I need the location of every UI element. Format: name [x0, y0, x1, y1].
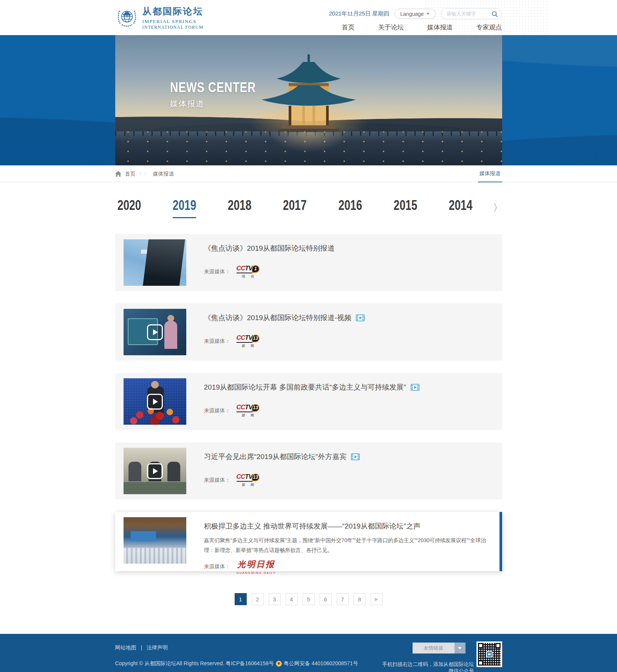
thumb-stage-screen	[131, 531, 156, 541]
news-title[interactable]: 积极捍卫多边主义 推动世界可持续发展——“2019从都国际论坛”之声	[204, 522, 421, 531]
cctv-cc: CC	[237, 473, 245, 480]
pagination-next-icon[interactable]: ▶	[371, 593, 383, 605]
news-card[interactable]: 2019从都国际论坛开幕 多国前政要共话“多边主义与可持续发展” 来源媒体： C…	[115, 373, 502, 430]
logo-title-en1: IMPERIAL SPRINGS	[142, 18, 204, 25]
logo-title-en2: INTERNATIONAL FORUM	[142, 25, 204, 29]
friend-links-dropdown[interactable]: 友情链接	[413, 643, 465, 654]
page-button-8[interactable]: 8	[354, 593, 366, 605]
cctv-channel-name: 新 闻	[240, 482, 257, 487]
news-title[interactable]: 习近平会见出席“2019从都国际论坛”外方嘉宾	[204, 452, 347, 462]
search-input[interactable]	[447, 11, 491, 17]
tab-year-2018[interactable]: 2018	[228, 197, 251, 218]
tab-year-2020[interactable]: 2020	[118, 197, 141, 218]
tab-media-reports[interactable]: 媒体报道	[478, 165, 502, 182]
cctv13-logo: CCTV 13 新 闻	[237, 334, 260, 348]
news-card[interactable]: 习近平会见出席“2019从都国际论坛”外方嘉宾 来源媒体： CCTV 13 新 …	[115, 442, 502, 499]
footer-copyright: Copyright © 从都国际论坛All Rights Reserved. 粤…	[115, 660, 274, 667]
logo-title-cn: 从都国际论坛	[142, 5, 204, 17]
tab-year-2016[interactable]: 2016	[338, 197, 362, 218]
site-logo[interactable]: 从都国际论坛 IMPERIAL SPRINGS INTERNATIONAL FO…	[115, 5, 204, 29]
news-thumbnail[interactable]	[124, 239, 186, 286]
page-button-3[interactable]: 3	[269, 593, 281, 605]
cctv-tv: TV	[245, 334, 252, 341]
cctv-channel-number: 13	[252, 334, 260, 342]
thumb-un-building	[143, 239, 186, 286]
guangming-sub: GUANGMING DAILY	[237, 571, 276, 575]
pool-reflection	[256, 132, 362, 165]
cctv13-logo: CCTV 13 新 闻	[237, 473, 260, 487]
tab-year-2015[interactable]: 2015	[393, 197, 417, 218]
play-button-icon[interactable]	[147, 394, 163, 410]
tab-year-2014[interactable]: 2014	[449, 197, 472, 218]
footer: 网站地图 | 法律声明 Copyright © 从都国际论坛All Rights…	[0, 634, 617, 672]
year-tabs: 2020 2019 2018 2017 2016 2015 2014 〉	[115, 197, 502, 218]
video-icon	[411, 384, 419, 391]
footer-link-sitemap[interactable]: 网站地图	[115, 644, 136, 650]
news-title[interactable]: 《焦点访谈》2019从都国际论坛特别报道	[204, 244, 335, 253]
news-title[interactable]: 2019从都国际论坛开幕 多国前政要共话“多边主义与可持续发展”	[204, 383, 406, 392]
news-thumbnail[interactable]	[124, 309, 186, 355]
cctv-tv: TV	[245, 473, 252, 480]
thumb-attendee	[128, 462, 141, 481]
footer-divider: |	[141, 644, 142, 650]
news-card[interactable]: 《焦点访谈》2019从都国际论坛特别报道-视频 来源媒体： CCTV 13 新 …	[115, 304, 502, 361]
wechat-icon	[486, 651, 492, 658]
cctv-cc: CC	[237, 404, 245, 411]
cctv1-logo: CCTV 1 综 合	[237, 265, 260, 279]
qr-hint-text: 手机扫描右边二维码，添加从都国际论坛微信公众号	[380, 661, 474, 672]
news-thumbnail[interactable]	[124, 378, 186, 425]
news-title[interactable]: 《焦点访谈》2019从都国际论坛特别报道-视频	[204, 313, 352, 323]
cctv-cc: CC	[237, 265, 245, 272]
nav-item-home[interactable]: 首页	[342, 23, 355, 32]
search-icon[interactable]	[491, 11, 498, 17]
news-card-highlighted[interactable]: 积极捍卫多边主义 推动世界可持续发展——“2019从都国际论坛”之声 嘉宾们聚焦…	[115, 512, 502, 571]
breadcrumb-home[interactable]: 首页	[125, 171, 136, 177]
news-summary: 嘉宾们聚焦“多边主义与可持续发展”主题，围绕“新中国外交70年”“处于十字路口的…	[204, 536, 488, 555]
news-thumbnail[interactable]	[124, 517, 186, 564]
breadcrumb-current: 媒体报道	[153, 171, 174, 177]
page-button-1[interactable]: 1	[235, 593, 247, 605]
tab-year-2017[interactable]: 2017	[283, 197, 306, 218]
language-dropdown[interactable]: Language ▼	[394, 9, 435, 19]
current-date: 2021年11月25日 星期四	[329, 10, 390, 17]
cctv-channel-number: 13	[252, 404, 260, 412]
breadcrumb-separator: 〉〉	[139, 171, 149, 177]
dropdown-arrow-icon[interactable]	[455, 643, 465, 654]
source-label: 来源媒体：	[204, 563, 230, 570]
years-next-arrow-icon[interactable]: 〉	[493, 201, 503, 214]
tab-year-2019-active[interactable]: 2019	[173, 197, 196, 218]
source-label: 来源媒体：	[204, 407, 230, 414]
play-button-icon[interactable]	[147, 463, 163, 479]
page-button-5[interactable]: 5	[303, 593, 315, 605]
thumb-anchor-head	[167, 315, 174, 322]
guangming-name: 光明日报	[237, 559, 275, 570]
wechat-qr-code	[476, 641, 502, 667]
search-box[interactable]	[441, 8, 502, 19]
page-button-7[interactable]: 7	[337, 593, 349, 605]
video-icon	[356, 314, 365, 321]
page-button-4[interactable]: 4	[286, 593, 298, 605]
home-icon[interactable]	[115, 171, 121, 177]
police-badge-icon	[276, 661, 282, 667]
cctv-channel-name: 综 合	[240, 274, 257, 279]
news-thumbnail[interactable]	[124, 448, 186, 494]
cctv-cc: CC	[237, 334, 245, 341]
language-label: Language	[400, 11, 424, 17]
footer-security-record[interactable]: 粤公网安备 44010602008571号	[284, 660, 358, 667]
header: 从都国际论坛 IMPERIAL SPRINGS INTERNATIONAL FO…	[0, 0, 617, 35]
cctv-channel-name: 新 闻	[240, 344, 257, 348]
banner-title-cn: 媒体报道	[170, 99, 275, 109]
footer-link-legal[interactable]: 法律声明	[147, 644, 168, 650]
thumb-attendee	[167, 462, 180, 481]
nav-item-about[interactable]: 关于论坛	[378, 23, 404, 32]
cctv-tv: TV	[245, 265, 252, 272]
hero-banner: NEWS CENTER 媒体报道	[0, 35, 617, 165]
news-card[interactable]: 《焦点访谈》2019从都国际论坛特别报道 来源媒体： CCTV 1 综 合	[115, 234, 502, 291]
breadcrumb-bar: 首页 〉〉 媒体报道 媒体报道	[0, 165, 617, 182]
page-button-2[interactable]: 2	[252, 593, 264, 605]
play-button-icon[interactable]	[147, 324, 163, 340]
page-button-6[interactable]: 6	[320, 593, 332, 605]
nav-item-media[interactable]: 媒体报道	[427, 23, 453, 32]
thumb-meeting-table	[124, 482, 186, 494]
nav-item-experts[interactable]: 专家观点	[476, 23, 502, 32]
